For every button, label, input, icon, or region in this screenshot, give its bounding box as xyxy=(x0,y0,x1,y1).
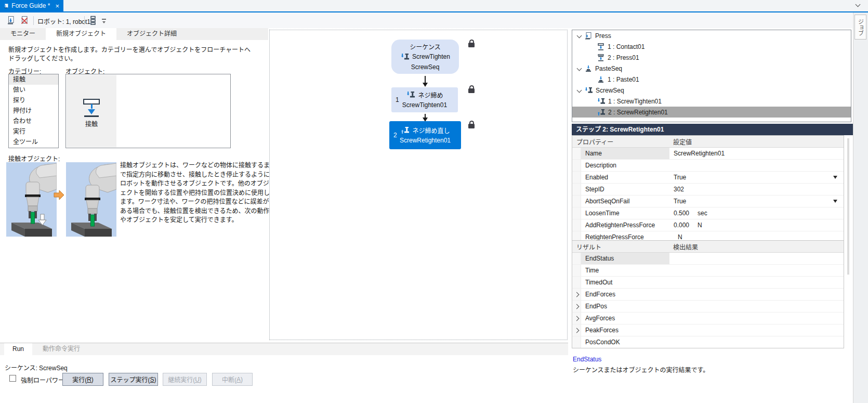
node-name: ScrewTighten01 xyxy=(391,100,458,110)
delete-file-button[interactable] xyxy=(19,15,30,26)
dropdown-arrow-icon[interactable] xyxy=(833,200,837,203)
node-title: ネジ締め直し xyxy=(412,126,450,135)
node-title: ScrewTighten xyxy=(412,53,450,60)
property-row-enabled: Enabled True xyxy=(572,172,844,184)
toolbar-separator xyxy=(33,16,34,25)
property-row-name: Name ScrewRetighten01 xyxy=(572,148,844,160)
contact-icon-line xyxy=(84,115,99,117)
category-item-all-tools[interactable]: 全ツール xyxy=(9,137,58,147)
force-guide-window: Force Guide * × ロボット: 1, robot1 xyxy=(0,0,868,403)
tab-title: Force Guide * xyxy=(11,2,50,9)
chevron-down-icon[interactable] xyxy=(576,33,582,38)
document-arrow-icon xyxy=(6,16,16,25)
category-item-follow[interactable]: 倣い xyxy=(9,85,58,95)
result-row-peakforces: PeakForces xyxy=(572,324,844,336)
category-item-press[interactable]: 押付け xyxy=(9,106,58,116)
save-file-button[interactable] xyxy=(5,15,17,26)
tree-item-screwseq[interactable]: ScrewSeq xyxy=(572,85,851,96)
lock-icon xyxy=(468,124,475,128)
screw-tighten-icon xyxy=(585,87,593,94)
paste-icon xyxy=(597,76,604,83)
new-object-intro-text: 新規オブジェクトを作成します。カテゴリーを選んでオブジェクトをフローチャートへド… xyxy=(8,46,253,63)
screw-retighten-icon xyxy=(597,109,605,116)
chevron-down-icon[interactable] xyxy=(576,66,582,71)
category-item-exec[interactable]: 実行 xyxy=(9,126,58,137)
chevron-right-icon[interactable] xyxy=(574,316,579,321)
tree-item-screwtighten01[interactable]: 1 : ScrewTighten01 xyxy=(572,96,851,107)
sequence-name-label: シーケンス: ScrewSeq xyxy=(5,363,68,372)
tab-monitor[interactable]: モニター xyxy=(0,28,46,40)
tab-job[interactable]: ジョブ xyxy=(854,15,866,40)
property-row-loosentime: LoosenTime 0.500 sec xyxy=(572,207,844,219)
category-item-align[interactable]: 合わせ xyxy=(9,116,58,126)
node-name: ScrewSeq xyxy=(391,62,459,72)
tree-item-contact01[interactable]: 1 : Contact01 xyxy=(572,41,851,52)
paste-icon xyxy=(585,65,592,72)
step-run-button[interactable]: ステップ実行(S) xyxy=(109,373,158,386)
property-grid-header: プロパティー 設定値 xyxy=(572,136,844,148)
result-value-column-header: 検出結果 xyxy=(669,242,844,251)
property-row-description: Description xyxy=(572,160,844,172)
result-grid: リザルト 検出結果 EndStatus Time TimedOut EndFor… xyxy=(572,240,844,348)
flowchart-node-screwtighten01[interactable]: 1 ネジ締め ScrewTighten01 xyxy=(391,87,458,112)
flowchart-node-screwseq[interactable]: シーケンス ScrewTighten ScrewSeq xyxy=(391,40,459,74)
object-tile-contact[interactable]: 接触 xyxy=(67,75,116,147)
flowchart-icon xyxy=(88,16,98,25)
tree-item-press01[interactable]: 2 : Press01 xyxy=(572,52,851,63)
robot-selector[interactable]: ロボット: 1, robot1 xyxy=(37,17,90,25)
tab-motion-command: 動作命令実行 xyxy=(34,343,88,355)
tree-item-press[interactable]: Press xyxy=(572,30,851,41)
flowchart-canvas[interactable] xyxy=(269,30,568,340)
force-low-power-checkbox[interactable] xyxy=(9,375,16,382)
category-listbox: 接触 倣い 探り 押付け 合わせ 実行 全ツール xyxy=(8,74,59,148)
run-button[interactable]: 実行(R) xyxy=(62,373,103,386)
tree-item-pasteseq[interactable]: PasteSeq xyxy=(572,63,851,74)
property-row-stepid: StepID 302 xyxy=(572,184,844,196)
result-row-timedout: TimedOut xyxy=(572,277,844,289)
chevron-right-icon[interactable] xyxy=(574,328,579,333)
chevron-down-icon[interactable] xyxy=(576,88,582,93)
help-property-description: シーケンスまたはオブジェクトの実行結果です。 xyxy=(573,365,709,374)
chevron-right-icon[interactable] xyxy=(574,304,579,309)
category-item-contact[interactable]: 接触 xyxy=(9,74,58,85)
node-index: 2 xyxy=(393,132,397,139)
contact-icon-stem xyxy=(91,104,93,109)
result-row-endstatus: EndStatus xyxy=(572,253,844,265)
robot-before-contact-image xyxy=(6,162,57,237)
abort-button: 中断(A) xyxy=(212,373,253,386)
tab-force-guide[interactable]: Force Guide * × xyxy=(0,0,63,11)
close-icon[interactable]: × xyxy=(55,3,59,9)
force-guide-icon xyxy=(4,3,8,9)
flowchart-node-screwretighten01-selected[interactable]: 2 ネジ締め直し ScrewRetighten01 xyxy=(389,121,461,149)
flowchart-view-button[interactable] xyxy=(87,15,99,26)
property-row-abortseqonfail: AbortSeqOnFail True xyxy=(572,196,844,207)
tab-object-detail[interactable]: オブジェクト詳細 xyxy=(116,28,187,40)
property-grid: プロパティー 設定値 Name ScrewRetighten01 Descrip… xyxy=(572,135,844,243)
robot-after-contact-image xyxy=(66,162,116,237)
toolbar-overflow-icon[interactable] xyxy=(102,19,107,24)
scrollbar[interactable] xyxy=(847,138,849,275)
tab-new-object[interactable]: 新規オブジェクト xyxy=(46,28,116,40)
run-panel-tabs: Run 動作命令実行 xyxy=(0,343,568,355)
node-index: 1 xyxy=(396,96,399,103)
tree-item-screwretighten01-selected[interactable]: 2 : ScrewRetighten01 xyxy=(572,107,851,118)
screw-retighten-icon xyxy=(400,126,410,134)
flow-arrow-down xyxy=(425,114,426,118)
contact-icon xyxy=(597,43,604,50)
tree-item-paste01[interactable]: 1 : Paste01 xyxy=(572,74,851,85)
continue-run-button: 継続実行(U) xyxy=(163,373,207,386)
category-item-probe[interactable]: 探り xyxy=(9,95,58,106)
sequence-doc-icon xyxy=(585,32,592,40)
flow-arrow-down xyxy=(425,76,426,83)
contact-object-description: 接触オブジェクトは、ワークなどの物体に接触するまで指定方向に移動させ、接触したと… xyxy=(120,161,273,225)
result-row-time: Time xyxy=(572,265,844,277)
property-row-addretightenpressforce: AddRetightenPressForce 0.000 N xyxy=(572,219,844,231)
force-low-power-label: 強制ローパワー xyxy=(21,375,64,384)
chevron-right-icon[interactable] xyxy=(574,292,579,297)
chevron-down-icon[interactable] xyxy=(856,2,861,7)
sequence-tree: Press 1 : Contact01 2 : Press01 xyxy=(572,30,851,122)
result-grid-header: リザルト 検出結果 xyxy=(572,241,844,253)
dropdown-arrow-icon[interactable] xyxy=(833,176,837,179)
tab-run[interactable]: Run xyxy=(4,343,32,355)
node-type-label: シーケンス xyxy=(391,41,459,51)
